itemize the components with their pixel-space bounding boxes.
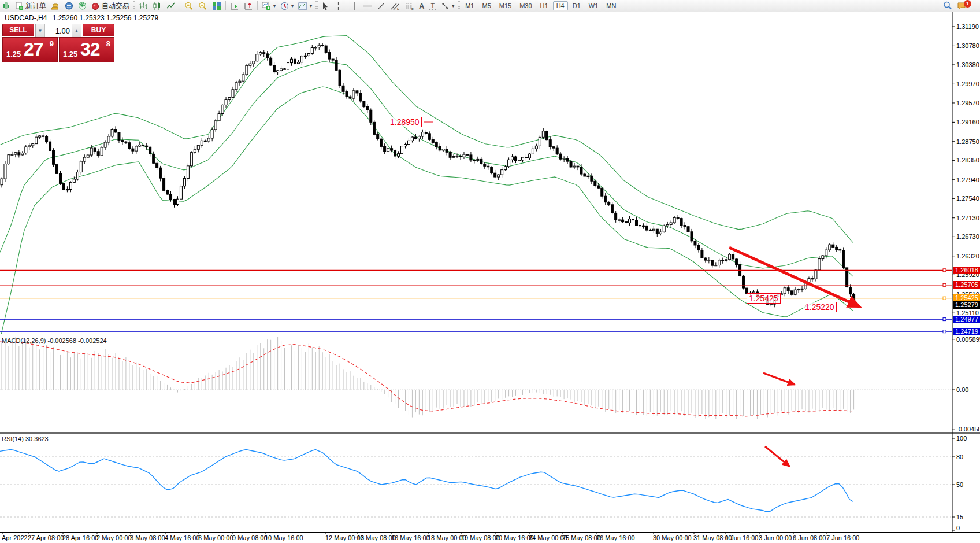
time-tick-label: 20 May 16:00	[495, 534, 534, 541]
timeframe-m5[interactable]: M5	[478, 1, 494, 10]
signals-button[interactable]	[76, 1, 88, 11]
bar-chart-button[interactable]	[137, 1, 150, 11]
price-annotation-label[interactable]: 1.28950	[388, 117, 422, 127]
rsi-value: 30.3623	[25, 435, 49, 442]
rsi-tick-label: 80	[956, 453, 980, 460]
time-tick-label: 27 Apr 08:00	[28, 534, 64, 541]
time-tick-label: 3 May 08:00	[130, 534, 165, 541]
timeframe-m15[interactable]: M15	[496, 1, 515, 10]
autotrading-icon	[91, 2, 100, 10]
tile-windows-button[interactable]	[210, 1, 223, 11]
text-tool-icon: A	[419, 2, 424, 10]
timeframe-h4[interactable]: H4	[553, 1, 568, 10]
community-button[interactable]	[63, 1, 75, 11]
buy-button[interactable]: BUY	[83, 24, 114, 36]
timeframe-w1[interactable]: W1	[585, 1, 602, 10]
buy-price-pips: 32	[80, 39, 100, 60]
timeframe-m30[interactable]: M30	[516, 1, 535, 10]
time-tick-label: 25 May 08:00	[562, 534, 601, 541]
macd-signal-line	[0, 342, 853, 416]
search-button[interactable]	[941, 1, 954, 11]
mt4-window: 新订单 自动交易	[0, 0, 980, 543]
time-tick-label: 13 May 08:00	[357, 534, 396, 541]
notification-badge: 1	[964, 0, 971, 8]
sell-button[interactable]: SELL	[2, 24, 34, 36]
tile-windows-icon	[212, 2, 221, 10]
hline-handle[interactable]	[943, 283, 946, 286]
time-tick-label: 16 May 16:00	[391, 534, 430, 541]
rsi-pane	[0, 449, 952, 517]
hline-handle[interactable]	[943, 297, 946, 300]
macd-tick-label: 0.005895	[956, 336, 980, 343]
autoscroll-button[interactable]	[228, 1, 241, 11]
autotrading-label: 自动交易	[102, 1, 129, 11]
hline-handle[interactable]	[943, 330, 946, 333]
indicators-button[interactable]: ▾	[260, 1, 277, 11]
templates-dropdown-arrow[interactable]: ▾	[310, 3, 312, 9]
sell-price-display[interactable]: 1.25 27 9	[2, 37, 58, 62]
gold-bars-button[interactable]	[49, 1, 62, 11]
line-chart-button[interactable]	[165, 1, 177, 11]
price-tick-label: 1.28350	[956, 157, 980, 164]
sell-price-figure: 1.25	[6, 50, 21, 58]
volume-up-button[interactable]: ▲	[72, 24, 81, 37]
periods-clock-icon	[280, 2, 289, 10]
chart-window-icon	[1, 1, 12, 11]
hline-handle[interactable]	[943, 318, 946, 321]
hline-handle[interactable]	[943, 269, 946, 272]
crosshair-button[interactable]	[332, 1, 344, 11]
hline-tool-button[interactable]	[361, 1, 374, 11]
rsi-name: RSI(14)	[2, 435, 24, 442]
trendline-tool-button[interactable]	[375, 1, 387, 11]
main-pane	[0, 36, 855, 339]
candlestick-button[interactable]	[151, 1, 164, 11]
arrows-dropdown-arrow[interactable]: ▾	[452, 3, 454, 9]
chart-canvas[interactable]	[0, 0, 980, 543]
price-tick-label: 1.28750	[956, 138, 980, 145]
indicators-dropdown-arrow[interactable]: ▾	[273, 3, 276, 9]
label-tool-button[interactable]: T	[427, 1, 438, 11]
price-tick-label: 1.27130	[956, 215, 980, 221]
signals-icon	[78, 2, 87, 10]
fibonacci-tool-button[interactable]: F	[403, 1, 416, 11]
time-tick-label: 9 May 08:00	[232, 534, 268, 541]
notifications-button[interactable]: 1	[955, 1, 977, 11]
rsi-tick-label: 50	[956, 481, 980, 488]
periods-dropdown-arrow[interactable]: ▾	[291, 3, 294, 9]
new-order-button[interactable]: 新订单	[13, 1, 48, 11]
channel-tool-button[interactable]: E	[388, 1, 402, 11]
time-tick-label: 28 Apr 16:00	[62, 534, 98, 541]
price-tick-label: 1.30380	[956, 61, 980, 68]
periods-button[interactable]: ▾	[279, 1, 295, 11]
price-annotation-label[interactable]: 1.25425	[747, 293, 781, 304]
vline-tool-button[interactable]	[350, 1, 360, 11]
timeframe-d1[interactable]: D1	[569, 1, 584, 10]
volume-down-button[interactable]: ▼	[36, 24, 45, 37]
zoom-in-icon	[184, 2, 194, 10]
buy-price-display[interactable]: 1.25 32 8	[59, 37, 114, 62]
templates-button[interactable]: ▾	[296, 1, 314, 11]
autotrading-button[interactable]: 自动交易	[90, 1, 131, 11]
zoom-in-button[interactable]	[183, 1, 195, 11]
volume-input[interactable]	[45, 24, 72, 37]
trend-arrow-rsi[interactable]	[765, 446, 789, 466]
text-tool-button[interactable]: A	[417, 1, 426, 11]
timeframe-m1[interactable]: M1	[462, 1, 477, 10]
price-tick-label: 1.30780	[956, 42, 980, 49]
channel-tool-icon: E	[390, 2, 400, 10]
arrows-tool-button[interactable]: ▾	[439, 1, 456, 11]
cursor-button[interactable]	[320, 1, 331, 11]
zoom-out-button[interactable]	[196, 1, 209, 11]
rsi-tick-label: 15	[956, 514, 980, 520]
trend-arrow-macd[interactable]	[763, 373, 795, 385]
buy-price-pipette: 8	[106, 39, 110, 48]
timeframe-mn[interactable]: MN	[603, 1, 619, 10]
timeframe-h1[interactable]: H1	[537, 1, 552, 10]
price-annotation-label[interactable]: 1.25220	[803, 302, 837, 312]
time-tick-label: 4 May 16:00	[165, 534, 200, 541]
svg-text:E: E	[397, 7, 399, 10]
candles-layer	[1, 43, 855, 307]
bar-chart-icon	[139, 2, 148, 10]
chart-shift-button[interactable]	[242, 1, 255, 11]
hline-tool-icon	[363, 2, 372, 10]
